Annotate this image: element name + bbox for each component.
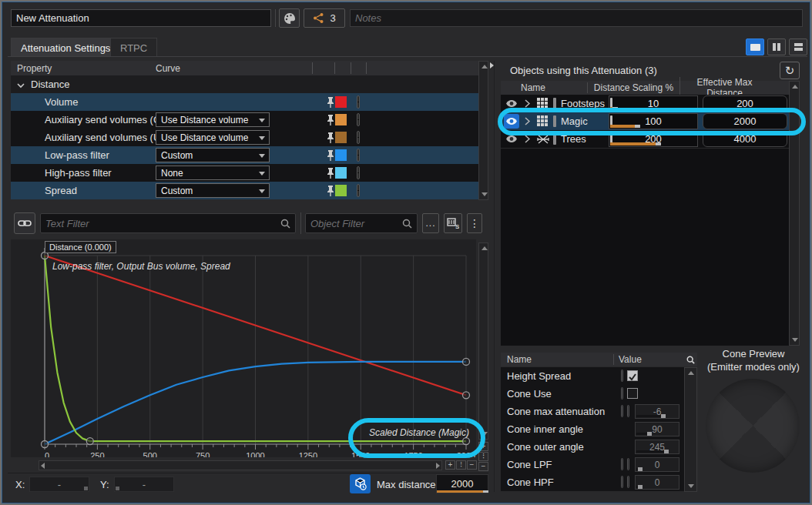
chevron-right-icon[interactable] bbox=[525, 115, 530, 129]
sharesets-count-button[interactable]: 3 bbox=[304, 8, 345, 28]
view-single-pane-button[interactable] bbox=[746, 38, 764, 55]
chevron-right-icon[interactable] bbox=[525, 132, 530, 146]
view-split-vertical-button[interactable] bbox=[767, 38, 786, 55]
property-table-scrollbar[interactable] bbox=[478, 61, 488, 200]
max-distance-input[interactable]: 2000 bbox=[436, 474, 488, 493]
color-palette-button[interactable] bbox=[279, 8, 300, 28]
graph-zoom-out-v-button[interactable]: − bbox=[478, 462, 488, 471]
curve-grip-marker[interactable] bbox=[357, 95, 360, 109]
visibility-eye-icon[interactable] bbox=[504, 114, 519, 129]
cone-value-input[interactable]: 90 bbox=[635, 422, 679, 436]
cone-row-cone-use[interactable]: Cone Use bbox=[501, 385, 684, 403]
property-row-auxiliary[interactable]: Auxiliary send volumes (Gam...Use Distan… bbox=[11, 111, 479, 129]
property-row-spread[interactable]: SpreadCustom bbox=[11, 182, 479, 199]
curve-color-swatch[interactable] bbox=[335, 132, 347, 143]
cone-row-cone-lpf[interactable]: Cone LPF0 bbox=[501, 456, 684, 473]
objects-table-scrollbar[interactable] bbox=[789, 81, 800, 346]
cone-search-button[interactable] bbox=[684, 353, 697, 366]
distance-scaling-input[interactable]: 200 bbox=[609, 131, 698, 147]
cone-row-cone-max-attenuation[interactable]: Cone max attenuation-6 bbox=[501, 403, 684, 420]
chevron-down-icon[interactable] bbox=[17, 78, 25, 92]
notes-input[interactable]: Notes bbox=[350, 9, 803, 27]
curve-mode-dropdown[interactable]: Use Distance volume bbox=[156, 130, 270, 145]
y-coord-input[interactable]: - bbox=[114, 477, 174, 492]
property-row-auxiliary[interactable]: Auxiliary send volumes (User-...Use Dist… bbox=[11, 129, 479, 146]
pin-icon[interactable] bbox=[325, 96, 336, 109]
property-row-group-distance[interactable]: Distance bbox=[11, 75, 479, 93]
visibility-eye-icon[interactable] bbox=[504, 132, 519, 146]
value-grip[interactable] bbox=[621, 458, 623, 470]
graph-vscrollbar[interactable] bbox=[478, 242, 488, 440]
scaling-slider-handle[interactable] bbox=[656, 142, 661, 145]
visibility-eye-icon[interactable] bbox=[504, 96, 519, 111]
max-distance-slider-handle[interactable] bbox=[483, 490, 488, 493]
graph-zoom-in-h-button[interactable]: + bbox=[445, 460, 455, 470]
curve-color-swatch[interactable] bbox=[335, 96, 347, 108]
cone-slider-handle[interactable] bbox=[638, 467, 643, 471]
graph-zoom-in-v-button[interactable]: + bbox=[478, 442, 488, 451]
view-split-horizontal-button[interactable] bbox=[789, 38, 807, 55]
curve-color-swatch[interactable] bbox=[335, 149, 347, 161]
effective-max-distance-value[interactable]: 200 bbox=[703, 95, 787, 112]
graph-options-button[interactable]: ⋮ bbox=[467, 213, 482, 233]
game-object-button[interactable] bbox=[350, 474, 371, 493]
curve-mode-dropdown[interactable]: None bbox=[156, 166, 270, 180]
distance-scaling-input[interactable]: 10 bbox=[609, 95, 698, 112]
curve-grip-marker[interactable] bbox=[357, 184, 360, 197]
object-row-magic[interactable]: Magic1002000 bbox=[501, 112, 789, 130]
cone-slider-handle[interactable] bbox=[638, 485, 643, 489]
object-row-trees[interactable]: Trees2004000 bbox=[501, 130, 789, 148]
tab-attenuation-settings[interactable]: Attenuation Settings bbox=[11, 38, 120, 57]
pin-icon[interactable] bbox=[325, 114, 336, 126]
cone-value-input[interactable]: 0 bbox=[635, 475, 679, 490]
x-coord-input[interactable]: - bbox=[29, 477, 89, 492]
pin-icon[interactable] bbox=[325, 132, 336, 144]
graph-fit-h-button[interactable]: ⁝ bbox=[456, 460, 466, 470]
splitter-collapse-arrow[interactable] bbox=[490, 62, 494, 69]
refresh-button[interactable]: ↻ bbox=[780, 62, 800, 79]
cone-table-scrollbar[interactable] bbox=[684, 367, 697, 492]
property-row-high-pass[interactable]: High-pass filterNone bbox=[11, 164, 479, 182]
effective-max-distance-value[interactable]: 2000 bbox=[703, 113, 787, 129]
pane-splitter[interactable] bbox=[494, 61, 495, 492]
value-grip[interactable] bbox=[621, 476, 623, 488]
scroll-right-arrow[interactable] bbox=[436, 463, 440, 469]
curve-grip-marker[interactable] bbox=[357, 131, 360, 144]
scaling-slider-handle[interactable] bbox=[635, 125, 640, 128]
value-grip[interactable] bbox=[627, 458, 629, 470]
value-grip[interactable] bbox=[627, 405, 629, 417]
value-grip[interactable] bbox=[621, 370, 623, 382]
value-grip[interactable] bbox=[621, 405, 623, 417]
cone-value-input[interactable]: 245 bbox=[635, 440, 679, 454]
max-distance-slider-fill[interactable] bbox=[437, 490, 483, 493]
scroll-left-arrow[interactable] bbox=[41, 463, 45, 469]
x-spin-grip[interactable] bbox=[84, 487, 88, 490]
cone-value-input[interactable]: -6 bbox=[635, 404, 679, 419]
cone-row-cone-hpf[interactable]: Cone HPF0 bbox=[501, 473, 684, 491]
cone-row-cone-inner-angle[interactable]: Cone inner angle90 bbox=[501, 420, 684, 438]
cone-row-height-spread[interactable]: Height Spread bbox=[501, 367, 684, 385]
y-spin-grip[interactable] bbox=[116, 487, 119, 490]
cone-slider-handle[interactable] bbox=[664, 450, 669, 453]
object-row-footsteps[interactable]: Footsteps10200 bbox=[501, 95, 789, 112]
cone-checkbox[interactable] bbox=[627, 388, 638, 399]
text-filter-input[interactable]: Text Filter bbox=[40, 213, 296, 233]
pin-icon[interactable] bbox=[325, 167, 336, 179]
curve-grip-marker[interactable] bbox=[357, 166, 360, 179]
pin-icon[interactable] bbox=[325, 185, 336, 197]
curve-mode-dropdown[interactable]: Custom bbox=[156, 148, 270, 162]
cone-row-cone-outer-angle[interactable]: Cone outer angle245 bbox=[501, 438, 684, 456]
cone-checkbox[interactable] bbox=[627, 370, 638, 381]
curve-mode-dropdown[interactable]: Custom bbox=[156, 183, 270, 198]
cone-slider-handle[interactable] bbox=[647, 432, 652, 436]
graph-fit-v-button[interactable]: ⁝ bbox=[478, 452, 488, 461]
curve-grip-marker[interactable] bbox=[357, 149, 360, 162]
value-grip[interactable] bbox=[621, 387, 623, 400]
scaling-slider-fill[interactable] bbox=[610, 142, 656, 145]
scaling-slider-fill[interactable] bbox=[610, 125, 635, 128]
cone-slider-handle[interactable] bbox=[661, 414, 666, 418]
filter-more-button[interactable]: ... bbox=[422, 213, 439, 233]
show-in-soundcaster-button[interactable]: S bbox=[444, 213, 462, 233]
attenuation-name-input[interactable]: New Attenuation bbox=[11, 9, 271, 27]
curve-color-swatch[interactable] bbox=[335, 167, 347, 179]
